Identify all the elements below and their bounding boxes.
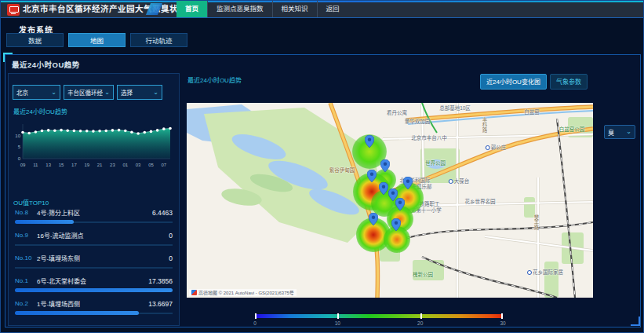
publish-tabs: 数据地图行动轨迹	[6, 33, 187, 47]
select-value: 丰台区循环经济产	[67, 88, 103, 97]
svg-text:17: 17	[71, 163, 77, 167]
top-list-row[interactable]: No.102号-填埋场东侧0	[9, 252, 179, 275]
top-row-line: No.21号-填埋场西侧13.6697	[15, 299, 173, 308]
chevron-down-icon: ⌄	[51, 90, 56, 95]
svg-text:10: 10	[15, 134, 20, 138]
metro-station-icon	[486, 145, 490, 150]
svg-text:23: 23	[110, 163, 115, 167]
top-bar: 北京市丰台区循环经济产业园大气恶臭状况实时 首页监测点恶臭指数相关知识返回	[1, 1, 643, 18]
publish-tab-1[interactable]: 地图	[68, 33, 126, 47]
nav-item-1[interactable]: 监测点恶臭指数	[207, 1, 272, 17]
svg-text:01: 01	[122, 163, 128, 167]
publish-tab-0[interactable]: 数据	[6, 33, 64, 47]
panel-corner-accent-tl	[3, 53, 13, 62]
map-label-16: 樊羊路	[532, 214, 540, 230]
legend-tick-mark	[501, 313, 503, 319]
site-value: 17.3856	[148, 277, 173, 285]
left-stats-panel: 北京⌄丰台区循环经济产⌄选择⌄ 最近24小时OU趋势 0510091113151…	[8, 73, 180, 326]
chevron-down-icon: ⌄	[153, 90, 158, 95]
svg-text:15: 15	[59, 163, 64, 167]
map-button-1[interactable]: 气象参数	[550, 74, 588, 90]
map-button-0[interactable]: 近24小时OU变化图	[480, 74, 547, 90]
chart-label: 最近24小时OU趋势	[13, 107, 67, 115]
filter-select-1[interactable]: 丰台区循环经济产⌄	[64, 85, 114, 100]
top-row-line: No.84号-筛分上料区6.4463	[15, 208, 173, 217]
map-label-2: 总部基地10区	[439, 104, 471, 112]
map-layer-select[interactable]: 臭 ⌄	[604, 125, 635, 139]
select-value: 北京	[16, 88, 28, 97]
map-pin-icon[interactable]	[365, 135, 374, 151]
svg-text:5: 5	[18, 145, 21, 149]
map-pin-icon[interactable]	[391, 218, 401, 234]
map-label-6: 丰科路	[480, 117, 488, 133]
app-logo-icon	[7, 4, 20, 16]
panel-title: 最近24小时OU趋势	[12, 59, 80, 70]
map-label-4: 白盆窑公园	[559, 125, 585, 133]
rank-label: No.1	[15, 277, 32, 284]
map-pin-icon[interactable]	[367, 170, 377, 185]
svg-text:05: 05	[148, 163, 154, 167]
map-pin-icon[interactable]	[403, 177, 413, 192]
svg-text:09: 09	[20, 163, 26, 167]
select-value: 选择	[121, 88, 133, 97]
metro-station-icon	[449, 179, 453, 184]
svg-text:19: 19	[84, 163, 89, 167]
site-name: 1号-填埋场西侧	[37, 299, 148, 308]
top-list-row[interactable]: No.916号-流动监测点0	[9, 229, 179, 252]
progress-track	[15, 221, 173, 223]
legend-tick-mark	[420, 313, 422, 319]
progress-fill	[15, 288, 173, 292]
nav-item-2[interactable]: 相关知识	[272, 1, 317, 17]
amap-logo-icon	[191, 290, 197, 295]
nav-item-3[interactable]: 返回	[317, 1, 348, 17]
site-name: 2号-填埋场东侧	[37, 254, 169, 262]
site-value: 13.6697	[148, 300, 173, 308]
map-label-3: 白盆窑	[524, 108, 540, 115]
map-pin-icon[interactable]	[379, 182, 388, 198]
legend-tick-label: 20	[417, 320, 423, 326]
rank-label: No.10	[15, 254, 32, 262]
map-canvas[interactable]: 高德地图 © 2021 AutoNavi - GS(2021)6375号 看丹公…	[187, 103, 593, 298]
top-row-line: No.102号-填埋场东侧0	[15, 254, 173, 262]
map-label-5: 北京市丰台八中	[411, 134, 447, 141]
legend-tick-mark	[337, 313, 339, 319]
filter-select-2[interactable]: 选择⌄	[117, 85, 162, 100]
site-name: 16号-流动监测点	[37, 231, 169, 240]
site-name: 4号-筛分上料区	[37, 208, 152, 217]
legend-gradient-bar	[255, 314, 503, 318]
ou-trend-chart: 0510091113151719212301030507	[10, 118, 178, 174]
filter-select-0[interactable]: 北京⌄	[13, 85, 60, 100]
svg-text:13: 13	[45, 163, 51, 167]
svg-text:03: 03	[136, 163, 141, 167]
chevron-down-icon: ⌄	[104, 90, 110, 95]
legend-tick-label: 30	[500, 320, 505, 326]
legend-tick-label: 0	[253, 320, 257, 326]
site-value: 6.4463	[152, 209, 173, 217]
map-pin-icon[interactable]	[380, 159, 390, 175]
progress-track	[15, 244, 173, 246]
top-row-line: No.916号-流动监测点0	[15, 231, 173, 240]
progress-track	[15, 313, 173, 314]
site-value: 0	[169, 232, 173, 240]
top-list-row[interactable]: No.16号-北天堂村委会17.3856	[9, 275, 179, 298]
site-value: 0	[169, 254, 173, 262]
panel-corner-accent-br	[631, 317, 640, 326]
top-list-row[interactable]: No.21号-填埋场西侧13.6697	[9, 298, 179, 320]
map-label-8: 世界公园	[425, 159, 446, 166]
progress-fill	[15, 311, 139, 315]
legend-tick-label: 10	[335, 320, 340, 326]
map-pin-icon[interactable]	[395, 198, 405, 214]
top-list-row[interactable]: No.84号-筛分上料区6.4463	[9, 207, 179, 229]
publish-tab-2[interactable]: 行动轨迹	[130, 33, 187, 47]
map-label-0: 看丹公寓	[387, 108, 407, 116]
svg-text:11: 11	[33, 163, 38, 167]
map-label-1: 董华双加园	[405, 117, 431, 125]
nav-item-0[interactable]: 首页	[176, 1, 207, 17]
legend-tick-mark	[255, 313, 257, 319]
top-row-line: No.16号-北天堂村委会17.3856	[15, 276, 173, 285]
map-label-18: 花乡国际家居	[527, 268, 563, 276]
svg-text:21: 21	[97, 163, 103, 167]
map-pin-icon[interactable]	[369, 213, 378, 229]
ou-color-legend: 0102030	[255, 314, 503, 327]
site-name: 6号-北天堂村委会	[37, 276, 148, 285]
